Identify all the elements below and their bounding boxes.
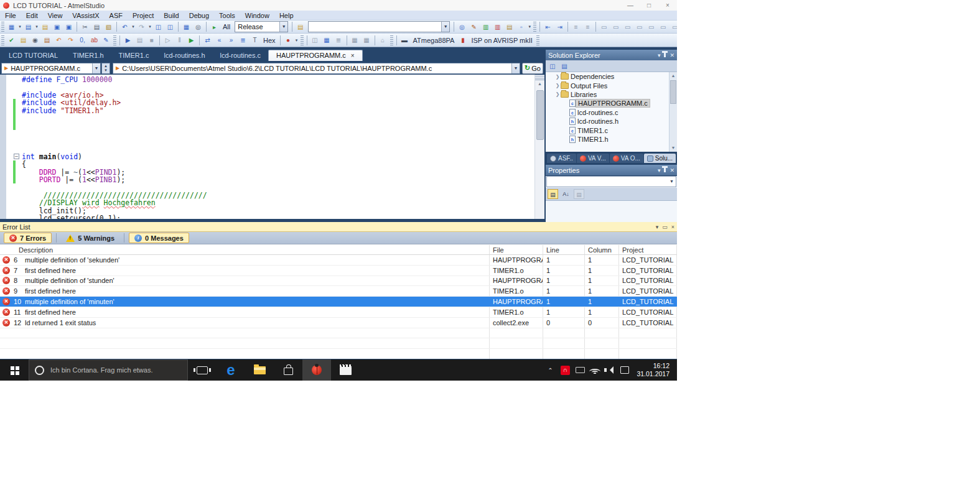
error-row[interactable]: ✕6multiple definition of 'sekunden'HAUPT… xyxy=(0,255,677,266)
stop-debug-icon[interactable]: ■ xyxy=(146,35,157,45)
menu-edit[interactable]: Edit xyxy=(21,11,43,21)
redo-alt-icon[interactable]: ↷ xyxy=(65,35,76,45)
taskbar-clock[interactable]: 16:12 31.01.2017 xyxy=(634,362,673,378)
new-project-icon[interactable]: ▦ xyxy=(6,22,17,32)
undo-alt-icon[interactable]: ↶ xyxy=(54,35,64,45)
scroll-down-icon[interactable]: ▼ xyxy=(670,144,677,152)
home-icon[interactable]: ⌂ xyxy=(378,35,388,45)
va-refactor-icon[interactable]: ✎ xyxy=(469,22,479,32)
menu-view[interactable]: View xyxy=(43,11,68,21)
window-position-icon[interactable]: ▾ xyxy=(658,167,661,174)
validate-file-icon[interactable]: ✔ xyxy=(6,35,17,45)
format-code-icon[interactable]: 0, xyxy=(77,35,88,45)
menu-tools[interactable]: Tools xyxy=(214,11,240,21)
close-button[interactable]: × xyxy=(658,1,677,10)
open-file-icon[interactable]: ▤ xyxy=(40,22,50,32)
run-icon[interactable]: ▷ xyxy=(162,35,173,45)
panel-tab-solution[interactable]: Solu... xyxy=(644,154,676,163)
start-button[interactable] xyxy=(0,359,29,381)
snapshot-icon[interactable]: ◉ xyxy=(30,35,40,45)
chevron-down-icon[interactable]: ▼ xyxy=(441,22,449,32)
edge-taskbar-button[interactable]: e xyxy=(217,359,245,381)
menu-vassistx[interactable]: VAssistX xyxy=(67,11,104,21)
view-disassembly-icon[interactable]: ▤ xyxy=(134,35,145,45)
menu-window[interactable]: Window xyxy=(240,11,274,21)
error-row[interactable]: ✕12ld returned 1 exit statuscollect2.exe… xyxy=(0,318,677,328)
watch-icon[interactable]: ▦ xyxy=(350,35,360,45)
chevron-right-icon[interactable]: ❯ xyxy=(554,91,561,97)
tree-item-libraries[interactable]: ❯Libraries xyxy=(546,90,677,99)
input-device-icon[interactable] xyxy=(574,363,586,377)
error-list-title-bar[interactable]: Error List ▾▭× xyxy=(0,222,677,232)
va-find-references-icon[interactable]: ◎ xyxy=(457,22,467,32)
categorized-icon[interactable]: ▤ xyxy=(548,189,558,199)
alphabetical-sort-icon[interactable]: A↓ xyxy=(561,189,571,199)
code-area[interactable]: #define F_CPU 1000000#include <avr/io.h>… xyxy=(0,76,534,219)
toolbar-grip[interactable] xyxy=(1,35,4,45)
tree-scrollbar[interactable]: ▲ ▼ xyxy=(669,72,677,152)
toolbar-grip[interactable] xyxy=(390,35,393,45)
dropdown-arrow-icon[interactable]: ▾ xyxy=(527,24,532,29)
open-project-folder-icon[interactable]: ▤ xyxy=(295,22,306,32)
dropdown-arrow-icon[interactable]: ▾ xyxy=(294,38,299,43)
solution-explorer-title-bar[interactable]: Solution Explorer ▾ ✕ xyxy=(546,50,677,60)
save-all-icon[interactable]: ▣ xyxy=(63,22,74,32)
menu-file[interactable]: File xyxy=(0,11,21,21)
refresh-icon[interactable]: ▤ xyxy=(559,62,569,71)
window-position-icon[interactable]: ▾ xyxy=(656,224,659,230)
redo-icon[interactable]: ↷ xyxy=(136,22,147,32)
chevron-down-icon[interactable]: ▼ xyxy=(279,22,287,32)
go-button[interactable]: ↻ Go xyxy=(522,63,543,74)
error-row[interactable]: ✕9first defined hereTIMER1.o11LCD_TUTORI… xyxy=(0,286,677,297)
scope-spinner[interactable]: ▲▼ xyxy=(101,63,110,74)
column-header-description[interactable]: Description xyxy=(0,245,490,254)
toolbar-grip[interactable] xyxy=(536,35,539,45)
start-debug-icon[interactable]: ▶ xyxy=(186,35,197,45)
block-end-icon[interactable]: » xyxy=(226,35,236,45)
avira-icon[interactable]: ∩ xyxy=(559,363,571,377)
toolbar-grip[interactable] xyxy=(533,22,536,32)
scroll-up-icon[interactable]: ▲ xyxy=(535,80,544,88)
tab-lcd-routines-h[interactable]: lcd-routines.h xyxy=(156,50,212,61)
panel-tab-vaoutline[interactable]: VA O... xyxy=(610,154,643,163)
pause-icon[interactable]: ‖ xyxy=(174,35,185,45)
dropdown-arrow-icon[interactable]: ▾ xyxy=(17,24,22,29)
chevron-down-icon[interactable]: ▼ xyxy=(511,63,520,73)
properties-object-combo[interactable]: ▼ xyxy=(546,176,676,187)
volume-icon[interactable] xyxy=(604,363,615,377)
menu-asf[interactable]: ASF xyxy=(105,11,128,21)
column-header-file[interactable]: File xyxy=(490,245,543,254)
toolbar-grip[interactable] xyxy=(1,22,4,32)
file-path-combo[interactable]: ▶ C:\Users\USER\Documents\Atmel Studio\6… xyxy=(113,63,520,74)
scrollbar-thumb[interactable] xyxy=(670,80,676,104)
menu-debug[interactable]: Debug xyxy=(184,11,214,21)
title-case-icon[interactable]: T xyxy=(250,35,260,45)
error-row[interactable]: ✕8multiple definition of 'stunden'HAUPTP… xyxy=(0,276,677,287)
comment-icon[interactable]: ≡ xyxy=(571,22,581,32)
cut-icon[interactable]: ✂ xyxy=(80,22,90,32)
align-icon[interactable]: ≣ xyxy=(238,35,248,45)
undo-icon[interactable]: ↶ xyxy=(119,22,130,32)
copy-special-icon[interactable]: ▤ xyxy=(42,35,52,45)
errors-filter-button[interactable]: ✕7 Errors xyxy=(4,233,52,243)
auto-hide-icon[interactable]: ▭ xyxy=(662,224,668,230)
va-more-icon[interactable]: ▫ xyxy=(516,22,526,32)
fold-marker-icon[interactable]: – xyxy=(14,154,19,159)
tree-item-output-files[interactable]: ❯Output Files xyxy=(546,81,677,90)
va-outline-icon[interactable]: ▥ xyxy=(492,22,503,32)
va-open-file-icon[interactable]: ▥ xyxy=(480,22,491,32)
chevron-down-icon[interactable]: ▼ xyxy=(668,177,676,187)
bookmark-prev-folder-icon[interactable]: ▭ xyxy=(634,22,645,32)
va-find-combo[interactable]: ▼ xyxy=(308,21,450,32)
uncomment-icon[interactable]: ≡ xyxy=(582,22,593,32)
chevron-right-icon[interactable]: ❯ xyxy=(554,74,561,80)
edit-document-icon[interactable]: ✎ xyxy=(101,35,111,45)
pin-icon[interactable] xyxy=(664,168,666,172)
movie-maker-taskbar-button[interactable] xyxy=(331,359,360,381)
wifi-icon[interactable] xyxy=(589,363,600,377)
store-taskbar-button[interactable] xyxy=(274,359,302,381)
paste-icon[interactable]: ▧ xyxy=(103,22,114,32)
attach-device-icon[interactable]: ▶ xyxy=(123,35,133,45)
bookmark-prev-icon[interactable]: ▭ xyxy=(610,22,621,32)
properties-title-bar[interactable]: Properties ▾ ✕ xyxy=(546,165,677,175)
